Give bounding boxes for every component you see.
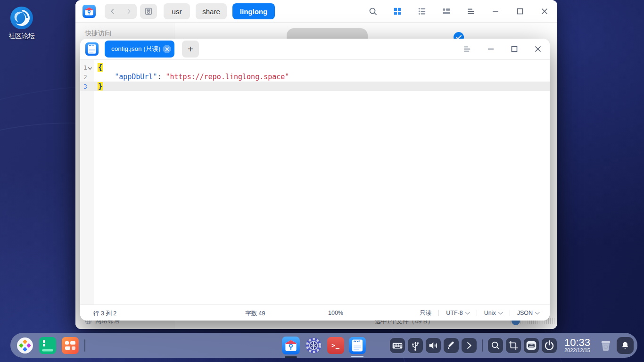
community-forum-logo-icon [10, 6, 33, 30]
orange-blocks-icon [62, 337, 79, 354]
list-view-button[interactable] [414, 3, 430, 19]
tray-usb-button[interactable] [408, 338, 423, 353]
search-button[interactable] [365, 3, 381, 19]
desktop-shortcut-label: 社区论坛 [4, 32, 40, 41]
detail-view-button[interactable] [438, 3, 454, 19]
editor-window-controls [459, 41, 546, 57]
close-icon [165, 47, 169, 51]
terminal-icon: >_ [327, 337, 344, 354]
maximize-button[interactable] [506, 41, 522, 57]
line-number: 1 [80, 64, 94, 71]
dock-file-manager-button[interactable] [282, 337, 300, 354]
back-button[interactable] [105, 4, 121, 19]
editor-window: ““ config.json (只读) + [80, 39, 550, 321]
code-line-3-current: 3 } [80, 82, 550, 91]
notification-bell-button[interactable] [617, 337, 634, 354]
code-line-2: 2 "appDbUrl": "https://repo.linglong.spa… [80, 72, 550, 82]
quick-access-label: 快捷访问 [85, 29, 111, 38]
tray-expand-button[interactable] [462, 338, 477, 353]
menu-button[interactable] [459, 41, 475, 57]
bell-icon [619, 340, 631, 351]
chevron-down-icon [498, 310, 503, 314]
tray-search-button[interactable] [488, 338, 503, 353]
close-icon [539, 6, 550, 16]
chevron-down-icon [535, 310, 540, 314]
grid-view-button[interactable] [389, 3, 405, 19]
json-key-token: "appDbUrl" [115, 73, 157, 81]
fold-chevron-icon[interactable] [88, 66, 92, 69]
line-ending-dropdown[interactable]: Unix [484, 310, 503, 316]
tab-close-button[interactable] [163, 45, 171, 53]
dock-control-center-button[interactable] [305, 337, 322, 354]
grid-view-icon [393, 7, 402, 16]
disk-button[interactable] [140, 4, 157, 19]
close-button[interactable] [530, 41, 546, 57]
tab-config-json[interactable]: config.json (只读) [105, 41, 174, 58]
usb-icon [408, 338, 422, 353]
file-manager-icon [282, 337, 300, 354]
list-view-icon [417, 7, 427, 16]
divider [438, 310, 439, 316]
trash-icon [598, 338, 613, 353]
json-string-token: "https://repo.linglong.space" [166, 73, 289, 81]
divider [510, 310, 510, 316]
tray-keyboard-button[interactable] [390, 338, 405, 353]
syntax-dropdown[interactable]: JSON [517, 310, 539, 316]
word-count: 字数 49 [245, 310, 265, 318]
tray-pen-button[interactable] [444, 338, 459, 353]
line-number: 2 [80, 74, 94, 81]
dock-left-group [17, 333, 85, 358]
dock-running-apps: >_ ““ [282, 333, 366, 358]
svg-text:““: ““ [89, 44, 94, 49]
dock-terminal-button[interactable]: >_ [327, 337, 344, 354]
editor-text-area[interactable]: 1 { 2 "appDbUrl": "https://repo.linglong… [80, 60, 550, 304]
dock-tray: 10:33 2022/12/15 [390, 333, 634, 358]
close-brace-token: } [98, 82, 103, 90]
encoding-dropdown[interactable]: UTF-8 [446, 310, 469, 316]
new-tab-button[interactable]: + [182, 41, 199, 58]
open-brace-token: { [98, 63, 103, 72]
line-number: 3 [80, 83, 94, 90]
dock-text-editor-button[interactable]: ““ [349, 337, 366, 354]
tray-power-button[interactable] [542, 338, 557, 353]
dock-launcher-button[interactable] [17, 337, 33, 354]
dock-multitask-button[interactable] [39, 337, 56, 354]
dock-appstore-button[interactable] [62, 337, 79, 354]
line-number-gutter[interactable] [80, 60, 94, 304]
breadcrumb-linglong[interactable]: linglong [232, 3, 275, 19]
search-icon [368, 6, 378, 16]
volume-icon [426, 338, 440, 353]
launcher-icon [17, 337, 33, 354]
chevron-right-icon [124, 7, 133, 16]
text-editor-app-icon: ““ [85, 42, 99, 56]
file-manager-titlebar: usr share linglong [75, 0, 557, 23]
menu-button[interactable] [463, 3, 479, 19]
file-manager-app-icon [83, 5, 96, 18]
pen-icon [444, 338, 458, 353]
chevron-left-icon [108, 7, 117, 16]
clock[interactable]: 10:33 2022/12/15 [564, 337, 590, 354]
minimize-button[interactable] [483, 41, 499, 57]
breadcrumb-share[interactable]: share [196, 3, 227, 19]
dock-trash-button[interactable] [598, 337, 614, 354]
disk-icon [144, 7, 153, 16]
maximize-button[interactable] [512, 3, 528, 19]
indent-token [98, 73, 115, 81]
dock-divider [482, 339, 483, 352]
detail-view-icon [442, 7, 451, 16]
breadcrumb-usr[interactable]: usr [164, 3, 190, 19]
desktop-shortcut-community-forum[interactable]: 社区论坛 [4, 6, 40, 41]
tray-volume-button[interactable] [426, 338, 441, 353]
navigation-buttons [105, 4, 137, 19]
running-indicator [285, 356, 297, 358]
minimize-button[interactable] [487, 3, 504, 19]
active-indicator [351, 356, 363, 357]
tray-onboard-keyboard-button[interactable] [524, 338, 539, 353]
editor-statusbar: 行 3 列 2 字数 49 100% 只读 UTF-8 Unix JSON [80, 304, 550, 321]
forward-button[interactable] [121, 4, 137, 19]
search-icon [488, 338, 503, 353]
tray-screenshot-button[interactable] [506, 338, 521, 353]
chevron-right-icon [462, 338, 476, 353]
svg-text:““: ““ [353, 339, 360, 346]
close-button[interactable] [537, 3, 553, 19]
